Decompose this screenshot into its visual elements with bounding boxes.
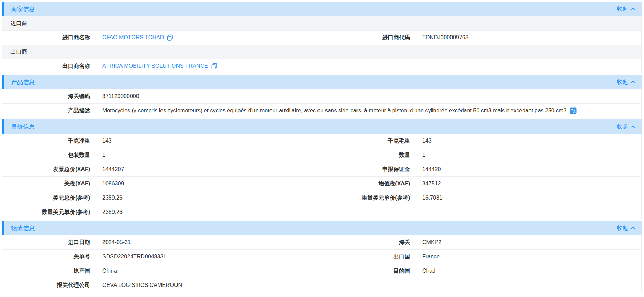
field-label: 增值税(XAF): [324, 177, 415, 191]
field-label: 海关: [324, 235, 415, 249]
field-value-declaration-number: SDSD22024TRD004833I: [95, 250, 324, 264]
field-label: 千克毛重: [324, 134, 415, 148]
field-value-usd-unit-price-weight: 16.7081: [415, 191, 641, 205]
collapse-label: 收起: [617, 225, 628, 232]
section-title: 商家信息: [11, 5, 35, 13]
table-row: 关单号 SDSD22024TRD004833I 出口国 France: [2, 250, 641, 264]
table-row: 产品描述 Motocycles (y compris les cyclomote…: [2, 104, 641, 118]
table-row: 进口日期 2024-05-31 海关 CMKP2: [2, 235, 641, 250]
collapse-label: 收起: [617, 79, 628, 86]
chevron-up-icon: [630, 81, 635, 84]
trade-record-detail-page: 商家信息 收起 进口商 进口商名称 CFAO MOTORS TCHAD: [0, 0, 644, 292]
section-body-logistics: 进口日期 2024-05-31 海关 CMKP2 关单号 SDSD22024TR…: [2, 235, 642, 292]
subsection-label: 出口商: [10, 48, 27, 56]
collapse-button[interactable]: 收起: [617, 79, 635, 86]
field-label: 关税(XAF): [2, 177, 95, 191]
collapse-label: 收起: [617, 123, 628, 130]
section-header-logistics: 物流信息 收起: [2, 221, 642, 235]
table-row: 包装数量 1 数量 1: [2, 148, 641, 162]
field-label: 发票总价(XAF): [2, 162, 95, 176]
field-value-invoice-total: 1444207: [95, 162, 324, 176]
field-value-origin-country: China: [95, 264, 324, 278]
field-label: 原产国: [2, 264, 95, 278]
field-label: 数量: [324, 148, 415, 162]
field-value-exporter-name: AFRICA MOBILITY SOLUTIONS FRANCE: [95, 59, 641, 73]
field-value-destination-country: Chad: [415, 264, 641, 278]
collapse-button[interactable]: 收起: [617, 6, 635, 13]
field-label: 报关代理公司: [2, 278, 95, 292]
table-row: 进口商名称 CFAO MOTORS TCHAD 进口商代码 TDNDJ00000…: [2, 31, 641, 45]
field-label: 海关编码: [2, 89, 95, 103]
field-value-usd-total: 2389.26: [95, 191, 324, 205]
table-row: 原产国 China 目的国 Chad: [2, 264, 641, 278]
section-merchant-info: 商家信息 收起 进口商 进口商名称 CFAO MOTORS TCHAD: [2, 2, 642, 73]
subsection-row-importer: 进口商: [2, 16, 641, 31]
chevron-up-icon: [630, 125, 635, 128]
field-value-net-weight: 143: [95, 134, 324, 148]
field-label: 包装数量: [2, 148, 95, 162]
product-description-text: Motocycles (y compris les cyclomoteurs) …: [102, 107, 566, 114]
field-label: 美元总价(参考): [2, 191, 95, 205]
section-quantity-price-info: 量价信息 收起 千克净重 143 千克毛重 143 包装数量 1 数量 1: [2, 119, 642, 219]
field-label: 千克净重: [2, 134, 95, 148]
section-title: 产品信息: [11, 78, 35, 86]
field-value-customs-broker: CEVA LOGISTICS CAMEROUN: [95, 278, 641, 292]
field-label: 进口商名称: [2, 31, 95, 45]
chevron-up-icon: [630, 227, 635, 230]
field-value-gross-weight: 143: [415, 134, 641, 148]
section-body-quantity-price: 千克净重 143 千克毛重 143 包装数量 1 数量 1 发票总价(XAF) …: [2, 134, 642, 219]
field-value-vat: 347512: [415, 177, 641, 191]
field-value-customs-duty: 1086309: [95, 177, 324, 191]
field-label: 出口商名称: [2, 59, 95, 73]
section-logistics-info: 物流信息 收起 进口日期 2024-05-31 海关 CMKP2 关单号 SDS…: [2, 221, 642, 292]
field-label: 重量美元单价(参考): [324, 191, 415, 205]
table-row: 千克净重 143 千克毛重 143: [2, 134, 641, 148]
table-row: 海关编码 871120000000: [2, 89, 641, 104]
copy-icon[interactable]: [211, 63, 217, 69]
field-value-product-description: Motocycles (y compris les cyclomoteurs) …: [95, 104, 641, 118]
translate-icon[interactable]: 文A: [570, 107, 577, 114]
field-value-hs-code: 871120000000: [95, 89, 641, 103]
section-title: 物流信息: [11, 224, 35, 232]
copy-icon[interactable]: [167, 34, 173, 41]
section-header-merchant: 商家信息 收起: [2, 2, 642, 16]
field-label: 进口商代码: [324, 31, 415, 45]
field-value-customs-office: CMKP2: [415, 235, 641, 249]
table-row: 出口商名称 AFRICA MOBILITY SOLUTIONS FRANCE: [2, 59, 641, 73]
table-row: 报关代理公司 CEVA LOGISTICS CAMEROUN: [2, 278, 641, 292]
section-header-product: 产品信息 收起: [2, 75, 642, 89]
importer-name-link[interactable]: CFAO MOTORS TCHAD: [102, 34, 164, 41]
field-value-package-quantity: 1: [95, 148, 324, 162]
field-value-export-country: France: [415, 250, 641, 264]
chevron-up-icon: [630, 8, 635, 11]
section-title: 量价信息: [11, 123, 35, 131]
table-row: 发票总价(XAF) 1444207 申报保证金 144420: [2, 162, 641, 177]
table-row: 美元总价(参考) 2389.26 重量美元单价(参考) 16.7081: [2, 191, 641, 205]
section-header-quantity-price: 量价信息 收起: [2, 119, 642, 134]
field-label: 产品描述: [2, 104, 95, 118]
collapse-label: 收起: [617, 6, 628, 13]
section-body-merchant: 进口商 进口商名称 CFAO MOTORS TCHAD 进口商代码 TDNDJ0…: [2, 16, 642, 73]
field-label: 申报保证金: [324, 162, 415, 176]
field-label: 目的国: [324, 264, 415, 278]
section-body-product: 海关编码 871120000000 产品描述 Motocycles (y com…: [2, 89, 642, 118]
section-product-info: 产品信息 收起 海关编码 871120000000 产品描述 Motocycle…: [2, 75, 642, 118]
subsection-label: 进口商: [10, 20, 27, 27]
field-value-import-date: 2024-05-31: [95, 235, 324, 249]
field-value-quantity: 1: [415, 148, 641, 162]
table-row: 关税(XAF) 1086309 增值税(XAF) 347512: [2, 177, 641, 191]
field-label: 数量美元单价(参考): [2, 205, 95, 219]
field-label: 出口国: [324, 250, 415, 264]
field-value-declared-deposit: 144420: [415, 162, 641, 176]
field-value-usd-unit-price-quantity: 2389.26: [95, 205, 641, 219]
exporter-name-link[interactable]: AFRICA MOBILITY SOLUTIONS FRANCE: [102, 63, 208, 69]
field-value-importer-name: CFAO MOTORS TCHAD: [95, 31, 324, 45]
field-label: 进口日期: [2, 235, 95, 249]
subsection-row-exporter: 出口商: [2, 45, 641, 59]
field-label: 关单号: [2, 250, 95, 264]
table-row: 数量美元单价(参考) 2389.26: [2, 205, 641, 219]
collapse-button[interactable]: 收起: [617, 225, 635, 232]
svg-text:A: A: [573, 110, 576, 114]
collapse-button[interactable]: 收起: [617, 123, 635, 130]
field-value-importer-code: TDNDJ000009763: [415, 31, 641, 45]
